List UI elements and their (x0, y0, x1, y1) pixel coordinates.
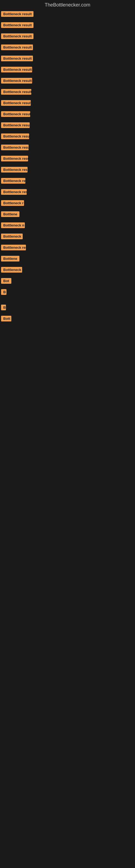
bottleneck-result-label: Bottleneck result (1, 33, 34, 39)
bottleneck-result-label: Bottlene (1, 256, 19, 261)
site-title: TheBottlenecker.com (0, 0, 135, 9)
list-item: Bottleneck r (0, 198, 135, 209)
bottleneck-result-label: Bottleneck result (1, 11, 34, 17)
list-item: Bottleneck result (0, 120, 135, 131)
list-item: Bottleneck (0, 265, 135, 276)
list-item: Bottleneck result (0, 20, 135, 31)
bottleneck-result-label: Bottleneck result (1, 44, 33, 50)
list-item: Bottleneck (0, 231, 135, 243)
list-item: Bottleneck re (0, 176, 135, 187)
list-item: Bott (0, 314, 135, 325)
bottleneck-result-label: Bottleneck res (1, 245, 26, 250)
list-item: Bottleneck result (0, 31, 135, 42)
bottleneck-result-label: Bottleneck result (1, 156, 28, 161)
bottleneck-result-label: Bottleneck result (1, 78, 32, 84)
list-item (0, 298, 135, 303)
bottleneck-result-label: Bot (1, 278, 11, 284)
bottleneck-result-label: Bottleneck (1, 234, 23, 239)
list-item: Bottleneck result (0, 143, 135, 154)
bottleneck-result-label: Bott (1, 316, 11, 321)
list-item: Bottlene (0, 254, 135, 265)
bottleneck-result-label: Bottleneck result (1, 167, 28, 173)
list-item: Bottleneck result (0, 165, 135, 176)
bottleneck-result-label: Bottleneck result (1, 122, 30, 128)
list-item: Bottleneck result (0, 187, 135, 198)
list-item: Bottleneck result (0, 76, 135, 87)
bottleneck-result-label: Bottlene (1, 211, 19, 217)
list-item: B (0, 287, 135, 298)
bottleneck-result-label: Bottleneck result (1, 89, 31, 95)
bottleneck-result-label: Bottleneck result (1, 22, 34, 28)
bottleneck-result-label: Bottleneck result (1, 189, 27, 195)
list-item: Bottleneck n (0, 220, 135, 231)
list-item: Bottleneck result (0, 131, 135, 143)
list-item: Bottleneck res (0, 243, 135, 254)
bottleneck-result-label: Bottleneck re (1, 178, 26, 184)
list-item: Bottleneck result (0, 42, 135, 54)
bottleneck-result-label: Bottleneck (1, 267, 22, 273)
list-item: Bot (0, 276, 135, 287)
bottleneck-result-label: Bottleneck result (1, 100, 31, 106)
bottleneck-result-label: Bottleneck result (1, 111, 30, 117)
bottleneck-result-label: B (1, 289, 6, 295)
list-item (0, 325, 135, 329)
list-item: Bottleneck result (0, 54, 135, 65)
list-item: Bottleneck result (0, 65, 135, 76)
list-item: Bottlene (0, 209, 135, 220)
bottleneck-result-label: B (1, 305, 6, 310)
bottleneck-result-label: Bottleneck result (1, 133, 29, 139)
list-item: Bottleneck result (0, 109, 135, 120)
bottleneck-result-label: Bottleneck r (1, 200, 24, 206)
list-item: Bottleneck result (0, 87, 135, 98)
bottleneck-result-label: Bottleneck result (1, 67, 32, 72)
list-item: Bottleneck result (0, 9, 135, 20)
list-item: Bottleneck result (0, 154, 135, 165)
list-item: B (0, 303, 135, 314)
bottleneck-result-label: Bottleneck result (1, 56, 33, 61)
bottleneck-result-label: Bottleneck n (1, 222, 25, 228)
list-item: Bottleneck result (0, 98, 135, 109)
bottleneck-result-label: Bottleneck result (1, 145, 29, 150)
list-item (0, 329, 135, 333)
list-item (0, 333, 135, 338)
